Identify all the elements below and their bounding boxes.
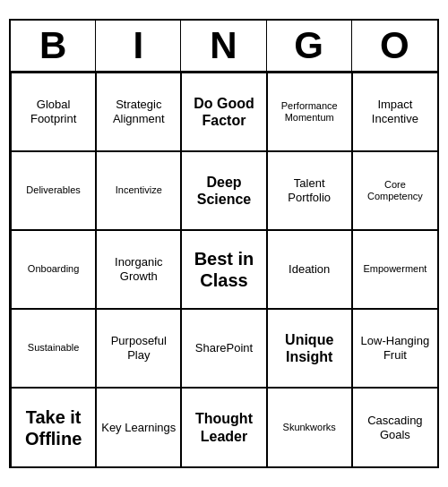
- bingo-cell-5: Deliverables: [11, 151, 96, 230]
- cell-text-17: SharePoint: [195, 341, 253, 355]
- cell-text-1: Strategic Alignment: [100, 98, 177, 125]
- cell-text-10: Onboarding: [28, 263, 80, 275]
- bingo-cell-3: Performance Momentum: [267, 73, 352, 151]
- bingo-cell-10: Onboarding: [11, 230, 96, 309]
- bingo-letter-o: O: [352, 21, 437, 71]
- cell-text-11: Inorganic Growth: [100, 255, 177, 283]
- bingo-cell-22: Thought Leader: [181, 388, 266, 466]
- cell-text-12: Best in Class: [185, 248, 262, 291]
- bingo-cell-19: Low-Hanging Fruit: [352, 309, 437, 388]
- bingo-cell-1: Strategic Alignment: [96, 73, 181, 151]
- bingo-cell-8: Talent Portfolio: [267, 151, 352, 230]
- cell-text-0: Global Footprint: [15, 98, 91, 125]
- bingo-grid: Global FootprintStrategic AlignmentDo Go…: [11, 73, 437, 466]
- bingo-cell-0: Global Footprint: [11, 73, 96, 151]
- bingo-cell-24: Cascading Goals: [352, 388, 437, 466]
- bingo-cell-12: Best in Class: [181, 230, 266, 309]
- cell-text-23: Skunkworks: [283, 422, 336, 433]
- bingo-letter-i: I: [96, 21, 181, 71]
- cell-text-9: Core Competency: [357, 179, 434, 202]
- cell-text-21: Key Learnings: [101, 421, 176, 435]
- cell-text-22: Thought Leader: [185, 410, 262, 444]
- bingo-letter-n: N: [181, 21, 266, 71]
- bingo-cell-7: Deep Science: [181, 151, 266, 230]
- bingo-cell-16: Purposeful Play: [96, 309, 181, 388]
- cell-text-24: Cascading Goals: [357, 414, 434, 441]
- bingo-cell-20: Take it Offline: [11, 388, 96, 466]
- bingo-cell-14: Empowerment: [352, 230, 437, 309]
- cell-text-18: Unique Insight: [271, 331, 348, 365]
- cell-text-16: Purposeful Play: [100, 334, 177, 362]
- cell-text-3: Performance Momentum: [271, 100, 348, 124]
- bingo-header: BINGO: [11, 21, 437, 73]
- cell-text-6: Incentivize: [116, 184, 162, 196]
- cell-text-7: Deep Science: [185, 174, 262, 208]
- cell-text-20: Take it Offline: [15, 406, 91, 449]
- cell-text-8: Talent Portfolio: [271, 176, 348, 204]
- cell-text-2: Do Good Factor: [185, 95, 262, 129]
- bingo-card: BINGO Global FootprintStrategic Alignmen…: [9, 19, 439, 468]
- cell-text-4: Impact Incentive: [357, 98, 434, 125]
- bingo-cell-4: Impact Incentive: [352, 73, 437, 151]
- bingo-cell-6: Incentivize: [96, 151, 181, 230]
- cell-text-19: Low-Hanging Fruit: [357, 334, 434, 362]
- bingo-cell-15: Sustainable: [11, 309, 96, 388]
- bingo-letter-b: B: [11, 21, 96, 71]
- cell-text-14: Empowerment: [363, 263, 426, 275]
- cell-text-5: Deliverables: [26, 184, 81, 196]
- bingo-letter-g: G: [267, 21, 352, 71]
- cell-text-15: Sustainable: [28, 342, 80, 354]
- bingo-cell-13: Ideation: [267, 230, 352, 309]
- bingo-cell-21: Key Learnings: [96, 388, 181, 466]
- bingo-cell-17: SharePoint: [181, 309, 266, 388]
- bingo-cell-23: Skunkworks: [267, 388, 352, 466]
- bingo-cell-18: Unique Insight: [267, 309, 352, 388]
- cell-text-13: Ideation: [289, 262, 330, 277]
- bingo-cell-9: Core Competency: [352, 151, 437, 230]
- bingo-cell-2: Do Good Factor: [181, 73, 266, 151]
- bingo-cell-11: Inorganic Growth: [96, 230, 181, 309]
